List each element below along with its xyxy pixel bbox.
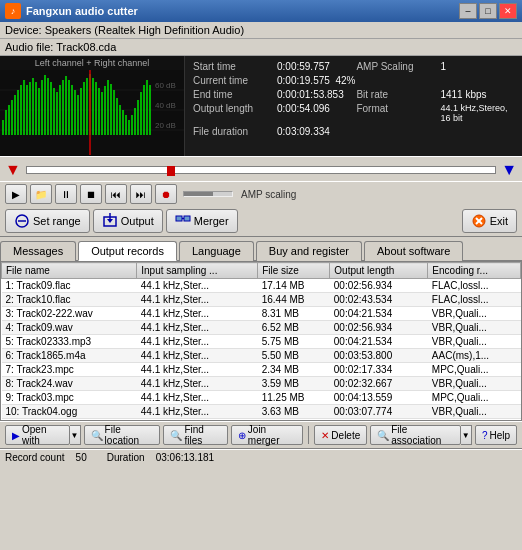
cell-sampling: 44.1 kHz,Ster... — [137, 321, 258, 335]
set-range-icon — [14, 213, 30, 229]
stop-button[interactable]: ⏹ — [80, 184, 102, 204]
table-row[interactable]: 3: Track02-222.wav 44.1 kHz,Ster... 8.31… — [2, 307, 521, 321]
play-button[interactable]: ▶ — [5, 184, 27, 204]
progress-thumb[interactable] — [167, 166, 175, 176]
device-label: Device: — [5, 24, 42, 36]
exit-icon — [471, 213, 487, 229]
volume-slider[interactable] — [183, 191, 233, 197]
pause-button[interactable]: ⏸ — [55, 184, 77, 204]
svg-rect-48 — [128, 120, 130, 135]
cell-encoding: MPC,Quali... — [428, 391, 521, 405]
maximize-button[interactable]: □ — [479, 3, 497, 19]
delete-button[interactable]: ✕ Delete — [314, 425, 367, 445]
svg-rect-47 — [125, 115, 127, 135]
svg-rect-49 — [131, 115, 133, 135]
tab-buy-register[interactable]: Buy and register — [256, 241, 362, 261]
tab-about[interactable]: About software — [364, 241, 463, 261]
cell-filename: 8: Track24.wav — [2, 377, 137, 391]
svg-marker-61 — [107, 219, 113, 223]
cell-sampling: 44.1 kHz,Ster... — [137, 391, 258, 405]
duration-label: Duration 03:06:13.181 — [107, 452, 214, 463]
tab-output-records[interactable]: Output records — [78, 241, 177, 261]
svg-rect-52 — [140, 92, 142, 135]
join-merger-button[interactable]: ⊕ Join merger — [231, 425, 304, 445]
open-with-label: Open with — [22, 424, 63, 446]
title-buttons: – □ ✕ — [459, 3, 517, 19]
col-outputlength: Output length — [330, 263, 428, 279]
svg-rect-37 — [95, 82, 97, 135]
open-with-dropdown[interactable]: ▼ — [70, 425, 81, 445]
svg-rect-12 — [20, 85, 22, 135]
merger-button[interactable]: Merger — [166, 209, 238, 233]
svg-rect-7 — [5, 110, 7, 135]
minimize-button[interactable]: – — [459, 3, 477, 19]
folder-button[interactable]: 📁 — [30, 184, 52, 204]
svg-rect-62 — [176, 216, 182, 221]
record-button[interactable]: ⏺ — [155, 184, 177, 204]
cell-filename: 1: Track09.flac — [2, 279, 137, 293]
svg-rect-31 — [77, 95, 79, 135]
separator — [308, 426, 309, 444]
table-row[interactable]: 2: Track10.flac 44.1 kHz,Ster... 16.44 M… — [2, 293, 521, 307]
delete-label: Delete — [331, 430, 360, 441]
stat-file-duration: File duration 0:03:09.334 — [193, 125, 355, 138]
close-button[interactable]: ✕ — [499, 3, 517, 19]
table-row[interactable]: 8: Track24.wav 44.1 kHz,Ster... 3.59 MB … — [2, 377, 521, 391]
forward-button[interactable]: ⏭ — [130, 184, 152, 204]
table-row[interactable]: 6: Track1865.m4a 44.1 kHz,Ster... 5.50 M… — [2, 349, 521, 363]
file-association-label: File association — [391, 424, 453, 446]
cell-sampling: 44.1 kHz,Ster... — [137, 335, 258, 349]
svg-rect-26 — [62, 80, 64, 135]
table-row[interactable]: 9: Track03.mpc 44.1 kHz,Ster... 11.25 MB… — [2, 391, 521, 405]
exit-button[interactable]: Exit — [462, 209, 517, 233]
file-location-button[interactable]: 🔍 File location — [84, 425, 161, 445]
file-association-dropdown[interactable]: ▼ — [461, 425, 472, 445]
svg-rect-55 — [149, 85, 151, 135]
table-row[interactable]: 10: Track04.ogg 44.1 kHz,Ster... 3.63 MB… — [2, 405, 521, 419]
file-association-button[interactable]: 🔍 File association — [370, 425, 460, 445]
cell-outputlength: 00:03:07.774 — [330, 405, 428, 419]
open-with-button[interactable]: ▶ Open with — [5, 425, 70, 445]
table-row[interactable]: 5: Track02333.mp3 44.1 kHz,Ster... 5.75 … — [2, 335, 521, 349]
svg-rect-36 — [92, 78, 94, 135]
svg-rect-22 — [50, 82, 52, 135]
table-row[interactable]: 1: Track09.flac 44.1 kHz,Ster... 17.14 M… — [2, 279, 521, 293]
svg-text:20 dB: 20 dB — [155, 121, 176, 130]
cell-filename: 6: Track1865.m4a — [2, 349, 137, 363]
cell-outputlength: 00:02:32.667 — [330, 377, 428, 391]
svg-rect-45 — [119, 105, 121, 135]
amp-scaling-label: AMP scaling — [241, 189, 296, 200]
cell-encoding: VBR,Quali... — [428, 335, 521, 349]
set-range-button[interactable]: Set range — [5, 209, 90, 233]
svg-text:60 dB: 60 dB — [155, 81, 176, 90]
cell-encoding: VBR,Quali... — [428, 377, 521, 391]
help-label: Help — [489, 430, 510, 441]
find-files-button[interactable]: 🔍 Find files — [163, 425, 227, 445]
svg-rect-43 — [113, 90, 115, 135]
stat-current-time: Current time 0:00:19.575 42% — [193, 74, 355, 87]
start-marker: ▼ — [5, 161, 21, 179]
rewind-button[interactable]: ⏮ — [105, 184, 127, 204]
table-row[interactable]: 4: Track09.wav 44.1 kHz,Ster... 6.52 MB … — [2, 321, 521, 335]
tab-language[interactable]: Language — [179, 241, 254, 261]
cell-outputlength: 00:04:21.534 — [330, 307, 428, 321]
svg-rect-54 — [146, 80, 148, 135]
svg-rect-23 — [53, 88, 55, 135]
output-records-table[interactable]: File name Input sampling ... File size O… — [0, 261, 522, 421]
output-button[interactable]: Output — [93, 209, 163, 233]
help-button[interactable]: ? Help — [475, 425, 517, 445]
cell-filesize: 17.14 MB — [258, 279, 330, 293]
exit-label: Exit — [490, 215, 508, 227]
stat-amp-scaling: AMP Scaling 1 — [356, 60, 514, 73]
end-marker: ▼ — [501, 161, 517, 179]
svg-rect-63 — [184, 216, 190, 221]
progress-track[interactable] — [26, 166, 496, 174]
cell-filename: 2: Track10.flac — [2, 293, 137, 307]
cell-filesize: 6.52 MB — [258, 321, 330, 335]
output-label: Output — [121, 215, 154, 227]
tab-messages[interactable]: Messages — [0, 241, 76, 261]
svg-rect-18 — [38, 88, 40, 135]
cell-encoding: VBR,Quali... — [428, 307, 521, 321]
svg-rect-19 — [41, 80, 43, 135]
table-row[interactable]: 7: Track23.mpc 44.1 kHz,Ster... 2.34 MB … — [2, 363, 521, 377]
